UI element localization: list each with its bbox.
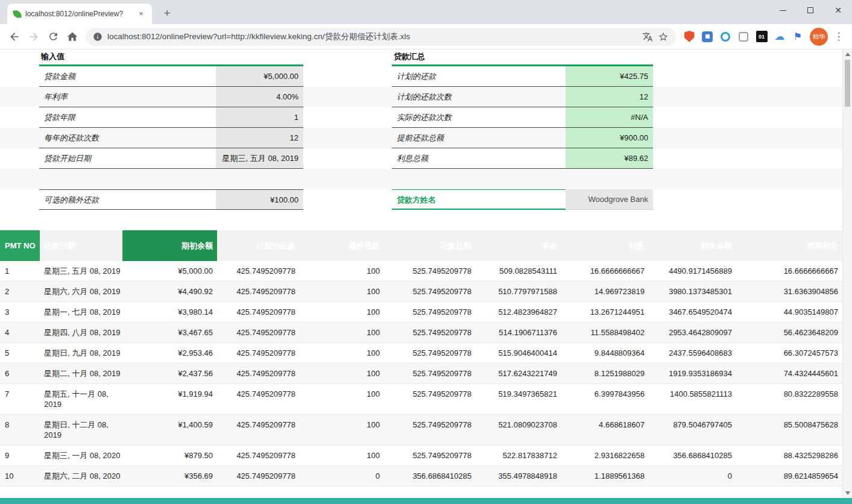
extension-flag-icon[interactable]: ⚑ [792, 31, 804, 43]
cell-scheduled-payment: 425.7495209778 [217, 415, 300, 445]
schedule-row: 10 星期六, 二月 08, 2020 ¥356.69 425.74952097… [0, 466, 842, 487]
summary-label: 实际的还款次数 [392, 107, 566, 128]
schedule-table-header: PMT NO 还款日期 期初余额 计划的还款 额外还款 还款总额 本金 利息 期… [0, 230, 842, 261]
address-bar[interactable]: localhost:8012/onlinePreview?url=http://… [86, 28, 676, 46]
minimize-button[interactable] [769, 0, 797, 20]
close-window-button[interactable]: ✕ [824, 0, 852, 20]
schedule-row: 6 星期二, 十月 08, 2019 ¥2,437.56 425.7495209… [0, 364, 842, 384]
extension-ring-icon[interactable] [719, 31, 731, 43]
bookmark-star-icon[interactable] [658, 31, 669, 42]
reload-button[interactable] [43, 27, 63, 46]
page-info-icon[interactable] [93, 32, 103, 42]
cell-cumulative-interest: 80.8322289558 [736, 384, 842, 414]
cell-payment-date: 星期六, 六月 08, 2019 [40, 282, 122, 301]
profile-avatar[interactable]: 精华 [810, 28, 828, 46]
extension-gray-icon[interactable] [737, 31, 749, 43]
cell-cumulative-interest: 74.4324445601 [736, 364, 842, 383]
cell-pmt-no: 5 [0, 343, 40, 363]
summary-section-header: 贷款汇总 [392, 49, 653, 66]
cell-ending-balance: 3980.1373485301 [649, 282, 736, 301]
cell-extra-payment: 100 [300, 261, 384, 281]
cell-total-payment: 525.7495209778 [384, 282, 476, 301]
input-summary-rows: 贷款金额 ¥5,000.00 计划的还款 ¥425.75 年利率 4.00% 计… [0, 66, 842, 169]
scroll-down-icon[interactable] [843, 488, 852, 498]
schedule-row: 8 星期日, 十二月 08, 2019 ¥1,400.59 425.749520… [0, 415, 842, 446]
cell-total-payment: 356.6868410285 [384, 466, 476, 486]
tab-title: localhost:8012/onlinePreview? [25, 10, 132, 18]
cell-beginning-balance: ¥1,400.59 [122, 415, 217, 445]
empty-row [0, 210, 842, 230]
header-ending-balance: 期末余额 [649, 230, 736, 261]
maximize-button[interactable] [797, 0, 824, 20]
cell-ending-balance: 879.5046797405 [649, 415, 736, 445]
cell-interest: 14.969723819 [561, 282, 649, 301]
extension-shield-icon[interactable] [683, 31, 695, 43]
browser-menu-icon[interactable]: ⋮ [830, 27, 847, 46]
input-value: 4.00% [216, 87, 303, 107]
cell-interest: 13.2671244951 [561, 302, 649, 322]
extension-blue-square-icon[interactable] [701, 31, 713, 43]
cell-ending-balance: 356.6868410285 [649, 446, 736, 465]
input-summary-row: 贷款开始日期 星期三, 五月 08, 2019 利息总额 ¥89.62 [0, 148, 842, 169]
cell-principal: 514.1906711376 [476, 323, 561, 342]
forward-icon [28, 31, 40, 43]
translate-icon[interactable] [642, 31, 653, 42]
cell-beginning-balance: ¥3,467.65 [122, 323, 217, 342]
page-content: 输入值 贷款汇总 贷款金额 ¥5,000.00 计划的还款 ¥ [0, 49, 852, 498]
cell-scheduled-payment: 425.7495209778 [217, 323, 300, 342]
cell-payment-date: 星期三, 五月 08, 2019 [40, 261, 122, 281]
scrollbar-thumb[interactable] [845, 60, 850, 107]
cell-beginning-balance: ¥879.50 [122, 446, 217, 465]
cell-ending-balance: 2437.5596408683 [649, 343, 736, 363]
input-label: 贷款金额 [39, 66, 216, 87]
home-button[interactable] [63, 27, 82, 46]
cell-total-payment: 525.7495209778 [384, 302, 476, 322]
cell-total-payment: 525.7495209778 [384, 384, 476, 414]
cell-total-payment: 525.7495209778 [384, 446, 476, 465]
schedule-row: 9 星期三, 一月 08, 2020 ¥879.50 425.749520977… [0, 446, 842, 466]
schedule-row: 1 星期三, 五月 08, 2019 ¥5,000.00 425.7495209… [0, 261, 842, 282]
summary-value: ¥900.00 [566, 128, 653, 148]
cell-pmt-no: 2 [0, 282, 40, 301]
extension-cloud-icon[interactable]: ☁ [774, 31, 786, 43]
cell-principal: 355.4978848918 [476, 466, 561, 486]
tab-close-icon[interactable]: × [136, 9, 146, 19]
header-total-payment: 还款总额 [384, 230, 476, 261]
lender-name-value: Woodgrove Bank [566, 189, 653, 210]
cell-scheduled-payment: 425.7495209778 [217, 343, 300, 363]
cell-ending-balance: 1400.5855821113 [649, 384, 736, 414]
browser-tab[interactable]: localhost:8012/onlinePreview? × [7, 4, 152, 24]
cell-principal: 517.6243221749 [476, 364, 561, 383]
input-summary-row: 贷款年限 1 实际的还款次数 #N/A [0, 107, 842, 128]
cell-extra-payment: 100 [300, 384, 384, 414]
cell-beginning-balance: ¥2,437.56 [122, 364, 217, 383]
back-button[interactable] [5, 27, 24, 46]
empty-row [0, 169, 842, 189]
cell-principal: 515.9046400414 [476, 343, 561, 363]
cell-beginning-balance: ¥1,919.94 [122, 384, 217, 414]
reload-icon [48, 31, 59, 42]
cell-scheduled-payment: 425.7495209778 [217, 466, 300, 486]
cell-cumulative-interest: 66.3072457573 [736, 343, 842, 363]
summary-label: 提前还款总额 [392, 128, 566, 148]
cell-total-payment: 525.7495209778 [384, 261, 476, 281]
forward-button[interactable] [24, 27, 43, 46]
cell-pmt-no: 4 [0, 323, 40, 342]
extension-badge-01-icon[interactable]: 01 [756, 31, 768, 43]
cell-cumulative-interest: 16.6666666667 [736, 261, 842, 281]
cell-pmt-no: 7 [0, 384, 40, 414]
cell-scheduled-payment: 425.7495209778 [217, 261, 300, 281]
input-value: 星期三, 五月 08, 2019 [216, 148, 303, 169]
new-tab-button[interactable]: + [159, 5, 175, 21]
cell-payment-date: 星期四, 八月 08, 2019 [40, 323, 122, 342]
schedule-row: 2 星期六, 六月 08, 2019 ¥4,490.92 425.7495209… [0, 282, 842, 302]
schedule-row: 3 星期一, 七月 08, 2019 ¥3,980.14 425.7495209… [0, 302, 842, 323]
cell-interest: 6.3997843956 [561, 384, 649, 414]
extra-payment-value: ¥100.00 [216, 189, 303, 210]
vertical-scrollbar[interactable] [842, 49, 852, 498]
scroll-up-icon[interactable] [843, 49, 852, 59]
cell-ending-balance: 2953.4642809097 [649, 323, 736, 342]
cell-cumulative-interest: 31.6363904856 [736, 282, 842, 301]
cell-ending-balance: 1919.9353186934 [649, 364, 736, 383]
cell-scheduled-payment: 425.7495209778 [217, 282, 300, 301]
